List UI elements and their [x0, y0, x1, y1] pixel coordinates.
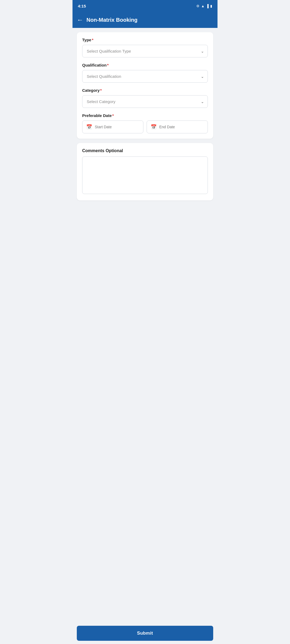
type-select[interactable]: Select Qualification Type	[82, 45, 208, 57]
start-date-calendar-icon: 📅	[86, 124, 92, 130]
type-dropdown-wrapper: Select Qualification Type ⌄	[82, 45, 208, 57]
category-field: Category * Select Category ⌄	[82, 88, 208, 108]
category-required-star: *	[100, 88, 102, 93]
submit-button[interactable]: Submit	[77, 626, 213, 641]
qualification-label: Qualification *	[82, 63, 208, 67]
type-field: Type * Select Qualification Type ⌄	[82, 38, 208, 57]
preferable-date-label: Preferable Date *	[82, 113, 208, 118]
qualification-select[interactable]: Select Qualification	[82, 70, 208, 83]
signal-icon: ▐	[206, 4, 209, 8]
date-row: 📅 📅	[82, 120, 208, 133]
wifi-icon: ▲	[201, 4, 205, 8]
category-label: Category *	[82, 88, 208, 93]
back-button[interactable]: ←	[77, 15, 85, 25]
settings-icon: ⚙	[196, 4, 200, 8]
category-dropdown-wrapper: Select Category ⌄	[82, 95, 208, 108]
status-time: 4:15	[78, 4, 86, 8]
battery-icon: ▮	[210, 4, 212, 8]
date-required-star: *	[112, 113, 114, 118]
qualification-field: Qualification * Select Qualification ⌄	[82, 63, 208, 83]
status-bar: 4:15 ⚙ ▲ ▐ ▮	[73, 0, 218, 12]
end-date-calendar-icon: 📅	[151, 124, 157, 130]
start-date-input[interactable]	[95, 125, 139, 129]
category-select[interactable]: Select Category	[82, 95, 208, 108]
type-label: Type *	[82, 38, 208, 42]
comments-textarea[interactable]	[82, 156, 208, 194]
start-date-wrapper: 📅	[82, 120, 143, 133]
main-content: Type * Select Qualification Type ⌄ Quali…	[73, 28, 218, 232]
comments-label: Comments Optional	[82, 148, 208, 153]
app-header: ← Non-Matrix Booking	[73, 12, 218, 28]
submit-button-container: Submit	[73, 623, 218, 644]
status-icons: ⚙ ▲ ▐ ▮	[196, 4, 212, 8]
end-date-input[interactable]	[159, 125, 204, 129]
qualification-required-star: *	[107, 63, 109, 67]
preferable-date-field: Preferable Date * 📅 📅	[82, 113, 208, 133]
qualification-dropdown-wrapper: Select Qualification ⌄	[82, 70, 208, 83]
form-card-2: Comments Optional	[77, 143, 213, 200]
form-card-1: Type * Select Qualification Type ⌄ Quali…	[77, 32, 213, 139]
type-required-star: *	[92, 38, 93, 42]
page-title: Non-Matrix Booking	[86, 17, 137, 23]
back-arrow-icon: ←	[77, 16, 83, 24]
end-date-wrapper: 📅	[147, 120, 208, 133]
